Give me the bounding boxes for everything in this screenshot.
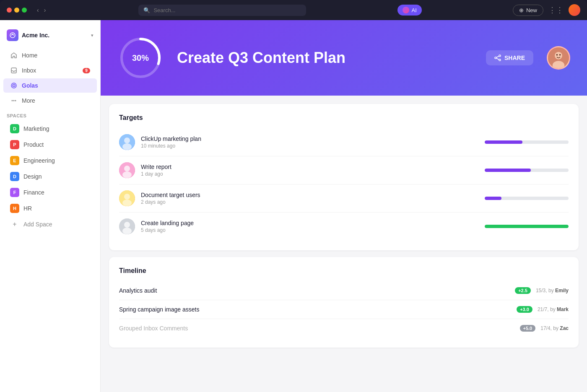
progress-bar-4 (485, 225, 569, 228)
spaces-section-label: Spaces (0, 108, 100, 121)
table-row[interactable]: Document target users 2 days ago (119, 184, 569, 213)
org-header[interactable]: Acme Inc. ▾ (0, 27, 100, 48)
close-button[interactable] (7, 8, 12, 13)
svg-point-10 (499, 55, 501, 57)
finance-badge: F (10, 188, 19, 197)
target-name-2: Write report (141, 164, 479, 170)
table-row[interactable]: ClickUp marketing plan 10 minutes ago (119, 128, 569, 156)
svg-point-20 (122, 143, 132, 150)
sidebar-item-product-label: Product (23, 141, 44, 148)
list-item[interactable]: Grouped Inbox Comments +5.0 17/4, by Zac (119, 319, 569, 337)
sidebar-item-goals[interactable]: Golas (3, 78, 97, 93)
list-item[interactable]: Spring campaign image assets +3.0 21/7, … (119, 300, 569, 319)
svg-point-4 (13, 85, 14, 86)
ai-button[interactable]: AI (397, 5, 422, 16)
target-time-2: 1 day ago (141, 171, 479, 177)
timeline-badge-3: +5.0 (520, 325, 536, 332)
svg-point-19 (124, 138, 130, 143)
svg-point-6 (13, 100, 15, 101)
ai-icon (403, 7, 409, 13)
sidebar-item-product[interactable]: P Product (3, 137, 97, 152)
share-icon (494, 55, 501, 61)
progress-fill-2 (485, 169, 531, 172)
grid-icon[interactable]: ⋮⋮ (548, 5, 564, 15)
target-info-1: ClickUp marketing plan 10 minutes ago (141, 135, 479, 149)
minimize-button[interactable] (14, 8, 19, 13)
traffic-lights (7, 8, 27, 13)
sidebar-item-inbox[interactable]: Inbox 9 (3, 63, 97, 78)
search-bar[interactable]: 🔍 (138, 5, 306, 16)
timeline-meta-1: 15/3, by Emily (536, 288, 569, 293)
back-arrow[interactable]: ‹ (35, 6, 41, 14)
sidebar-item-finance[interactable]: F Finance (3, 185, 97, 200)
share-button[interactable]: SHARE (486, 50, 533, 65)
svg-point-5 (12, 100, 13, 101)
target-avatar-2 (119, 162, 135, 178)
search-input[interactable] (153, 7, 301, 13)
nav-arrows: ‹ › (35, 6, 47, 14)
goals-icon (10, 82, 18, 89)
search-icon: 🔍 (143, 7, 150, 13)
sidebar: Acme Inc. ▾ Home Inbox 9 (0, 20, 101, 392)
forward-arrow[interactable]: › (42, 6, 48, 14)
svg-point-12 (499, 59, 501, 61)
goal-owner-avatar[interactable] (547, 46, 570, 70)
sidebar-item-hr[interactable]: H HR (3, 201, 97, 216)
org-logo (7, 29, 18, 41)
user-avatar[interactable] (569, 4, 580, 16)
svg-point-0 (10, 33, 15, 38)
share-label: SHARE (504, 55, 525, 61)
list-item[interactable]: Analytics audit +2.5 15/3, by Emily (119, 281, 569, 300)
sidebar-item-home[interactable]: Home (3, 48, 97, 62)
add-space-button[interactable]: + Add Space (3, 217, 97, 232)
marketing-badge: D (10, 124, 19, 133)
sidebar-item-home-label: Home (22, 52, 37, 59)
svg-point-7 (15, 100, 16, 101)
new-label: New (526, 7, 537, 13)
sidebar-item-design-label: Design (23, 173, 42, 180)
titlebar: ‹ › 🔍 AI ⊕ New ⋮⋮ (0, 0, 587, 20)
maximize-button[interactable] (22, 8, 27, 13)
plus-icon: ⊕ (519, 7, 524, 13)
progress-bar-2 (485, 169, 569, 172)
progress-fill-3 (485, 197, 501, 200)
timeline-name-1: Analytics audit (119, 287, 510, 294)
content-area: 30% Create Q3 Content Plan SHARE (101, 20, 587, 392)
target-time-1: 10 minutes ago (141, 143, 479, 149)
inbox-badge: 9 (83, 68, 90, 73)
sidebar-item-inbox-label: Inbox (22, 67, 36, 74)
svg-rect-1 (11, 68, 16, 73)
home-icon (10, 52, 18, 59)
sidebar-item-marketing[interactable]: D Marketing (3, 121, 97, 136)
new-button[interactable]: ⊕ New (513, 5, 543, 16)
target-avatar-1 (119, 134, 135, 150)
scrollable-content: Targets ClickUp marketing plan 10 minute… (101, 96, 587, 392)
progress-circle: 30% (117, 35, 164, 81)
timeline-card: Timeline Analytics audit +2.5 15/3, by E… (109, 257, 579, 348)
timeline-author-1: Emily (555, 288, 569, 293)
more-icon (10, 97, 18, 104)
svg-point-16 (556, 54, 558, 56)
sidebar-item-more[interactable]: More (3, 93, 97, 108)
target-time-3: 2 days ago (141, 199, 479, 205)
target-info-2: Write report 1 day ago (141, 164, 479, 177)
progress-text: 30% (132, 53, 149, 62)
inbox-icon (10, 67, 18, 74)
design-badge: D (10, 172, 19, 181)
sidebar-item-engineering[interactable]: E Engineering (3, 153, 97, 168)
timeline-name-2: Spring campaign image assets (119, 306, 512, 313)
target-name-4: Create landing page (141, 220, 479, 226)
timeline-badge-2: +3.0 (517, 306, 532, 313)
svg-point-28 (124, 222, 130, 228)
table-row[interactable]: Write report 1 day ago (119, 156, 569, 184)
timeline-author-3: Zac (560, 325, 569, 331)
svg-point-11 (495, 57, 496, 59)
target-avatar-4 (119, 218, 135, 234)
targets-card: Targets ClickUp marketing plan 10 minute… (109, 104, 579, 250)
target-info-4: Create landing page 5 days ago (141, 220, 479, 233)
sidebar-item-hr-label: HR (23, 205, 32, 212)
sidebar-item-design[interactable]: D Design (3, 169, 97, 184)
progress-bar-1 (485, 140, 569, 144)
product-badge: P (10, 140, 19, 149)
table-row[interactable]: Create landing page 5 days ago (119, 213, 569, 240)
